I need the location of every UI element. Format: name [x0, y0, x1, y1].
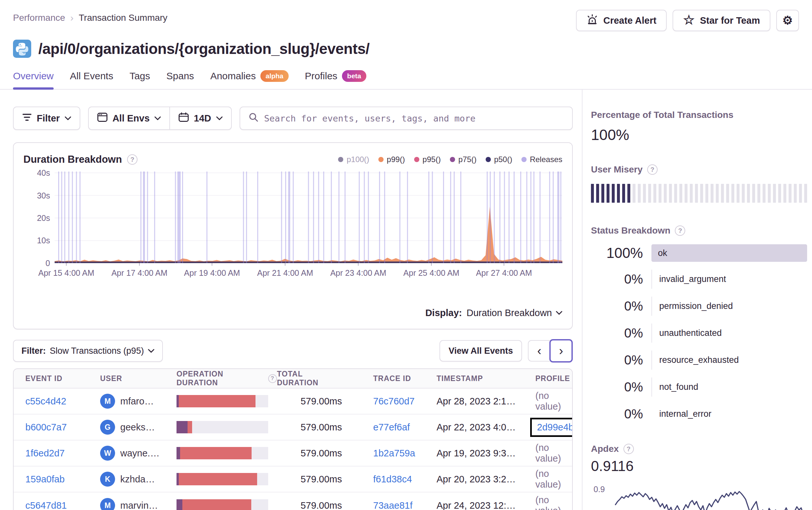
legend-label: p100()	[347, 155, 369, 164]
tab-all-events[interactable]: All Events	[70, 70, 113, 89]
trace-id-cell: 1b2a759a	[361, 448, 425, 459]
chart-zone: 010s20s30s40s	[23, 171, 562, 266]
total-duration-cell: 579.00ms	[277, 422, 361, 433]
op-bar-segment-purple	[176, 499, 182, 510]
transaction-summary-page: Performance › Transaction Summary Create…	[0, 0, 812, 510]
event-id-link[interactable]: c5647d81	[25, 500, 67, 510]
environment-selector[interactable]: All Envs	[89, 107, 169, 129]
legend-Releases[interactable]: Releases	[521, 155, 562, 164]
misery-tick	[669, 184, 672, 203]
event-id-link[interactable]: c55c4d42	[25, 396, 66, 407]
tab-overview[interactable]: Overview	[13, 70, 54, 89]
event-id-cell: c55c4d42	[13, 396, 88, 407]
event-id-cell: b600c7a7	[13, 422, 88, 433]
display-selector[interactable]: Duration Breakdown	[466, 308, 562, 318]
operation-duration-cell	[165, 447, 277, 459]
operation-duration-bar	[176, 421, 268, 433]
trace-id-link[interactable]: 73aae81f	[373, 500, 412, 510]
profile-cell: 2d99e4b2	[524, 418, 573, 437]
legend-p95[interactable]: p95()	[414, 155, 441, 164]
column-header-operation-duration: OPERATION DURATION?	[165, 370, 277, 387]
misery-tick	[601, 184, 604, 203]
misery-tick	[664, 184, 667, 203]
misery-tick	[648, 184, 651, 203]
next-page-button[interactable]: ›	[549, 339, 573, 362]
misery-tick	[596, 184, 599, 203]
events-filter-dropdown[interactable]: Filter: Slow Transactions (p95)	[13, 340, 163, 362]
tab-anomalies[interactable]: Anomaliesalpha	[210, 70, 289, 89]
chart-header: Duration Breakdown ? p100()p99()p95()p75…	[23, 152, 562, 167]
search-input[interactable]	[264, 113, 564, 123]
settings-button[interactable]: ⚙	[776, 10, 799, 31]
event-id-link[interactable]: 159a0fab	[25, 474, 65, 485]
chevron-right-icon: ›	[559, 344, 563, 358]
tab-tags[interactable]: Tags	[129, 70, 150, 89]
help-icon[interactable]: ?	[127, 154, 138, 165]
breadcrumb-separator-icon: ›	[70, 12, 74, 23]
column-label: TOTAL DURATION	[277, 370, 342, 387]
operation-duration-bar	[176, 499, 268, 510]
profile-link[interactable]: 2d99e4b2	[537, 422, 573, 432]
column-header-trace-id: TRACE ID	[361, 374, 425, 383]
misery-tick	[752, 184, 755, 203]
timestamp-cell: Apr 20, 2023 3:2…	[425, 474, 524, 485]
tab-profiles[interactable]: Profilesbeta	[305, 70, 366, 89]
search-bar[interactable]	[239, 107, 573, 130]
misery-tick	[705, 184, 708, 203]
misery-tick	[654, 184, 656, 203]
tab-spans[interactable]: Spans	[167, 70, 194, 89]
avatar: G	[100, 420, 115, 434]
total-duration-cell: 579.00ms	[277, 500, 361, 510]
misery-tick	[674, 184, 677, 203]
op-bar-segment-red	[187, 421, 192, 433]
help-icon[interactable]: ?	[268, 374, 277, 383]
misery-tick	[607, 184, 609, 203]
misery-tick	[804, 184, 807, 203]
legend-dot	[378, 157, 383, 162]
search-icon	[249, 112, 258, 124]
legend-p75[interactable]: p75()	[450, 155, 476, 164]
legend-dot	[338, 157, 343, 162]
misery-tick	[742, 184, 745, 203]
event-id-cell: 1f6ed2d7	[13, 448, 88, 459]
date-range-selector[interactable]: 14D	[169, 107, 231, 129]
event-id-link[interactable]: b600c7a7	[25, 422, 67, 433]
misery-tick	[638, 184, 641, 203]
trace-id-link[interactable]: 76c760d7	[373, 396, 414, 407]
help-icon[interactable]: ?	[647, 164, 658, 175]
trace-id-link[interactable]: 1b2a759a	[373, 448, 415, 459]
legend-p100[interactable]: p100()	[338, 155, 369, 164]
misery-tick	[726, 184, 729, 203]
op-bar-segment-red	[182, 499, 251, 510]
table-body: c55c4d42Mmfaro…579.00ms76c760d7Apr 28, 2…	[13, 389, 572, 510]
star-for-team-button[interactable]: ☆ Star for Team	[672, 10, 771, 31]
user-name: marvin…	[120, 500, 158, 510]
view-all-events-button[interactable]: View All Events	[439, 340, 522, 362]
trace-id-link[interactable]: f61d38c4	[373, 474, 412, 485]
op-bar-segment-purple	[176, 395, 179, 407]
breadcrumb-performance[interactable]: Performance	[13, 13, 65, 23]
user-cell: Mmarvin…	[88, 498, 165, 510]
op-bar-segment-purple	[176, 447, 180, 459]
misery-tick	[695, 184, 698, 203]
filter-dropdown[interactable]: Filter	[13, 107, 80, 130]
event-id-link[interactable]: 1f6ed2d7	[25, 448, 65, 459]
misery-tick	[773, 184, 776, 203]
timestamp-cell: Apr 24, 2023 12:…	[425, 500, 524, 510]
operation-duration-cell	[165, 421, 277, 433]
misery-tick	[731, 184, 734, 203]
user-name: kzhda…	[120, 474, 155, 485]
status-breakdown-label: Status Breakdown	[591, 226, 670, 236]
legend-p99[interactable]: p99()	[378, 155, 405, 164]
create-alert-button[interactable]: Create Alert	[576, 10, 667, 31]
trace-id-link[interactable]: e77ef6af	[373, 422, 410, 433]
help-icon[interactable]: ?	[624, 444, 634, 454]
previous-page-button[interactable]: ‹	[528, 340, 550, 362]
status-breakdown-rows: 100%ok0%invalid_argument0%permission_den…	[591, 244, 807, 424]
column-label: PROFILE	[535, 374, 570, 383]
legend-p50[interactable]: p50()	[486, 155, 512, 164]
tab-bar: OverviewAll EventsTagsSpansAnomaliesalph…	[0, 70, 812, 89]
beta-badge: beta	[342, 70, 366, 82]
help-icon[interactable]: ?	[675, 226, 685, 236]
duration-chart	[55, 171, 562, 266]
